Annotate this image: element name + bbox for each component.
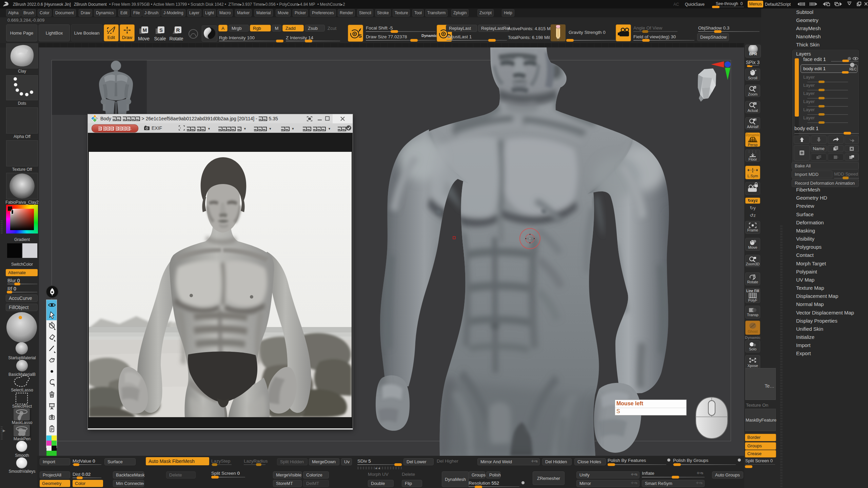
svg-text:R: R [176, 27, 180, 33]
svg-text:M: M [143, 27, 147, 33]
svg-text:S: S [159, 27, 163, 33]
svg-text:S: S [358, 33, 362, 39]
svg-text:x1: x1 [754, 102, 756, 105]
svg-text:BPR: BPR [749, 52, 757, 56]
